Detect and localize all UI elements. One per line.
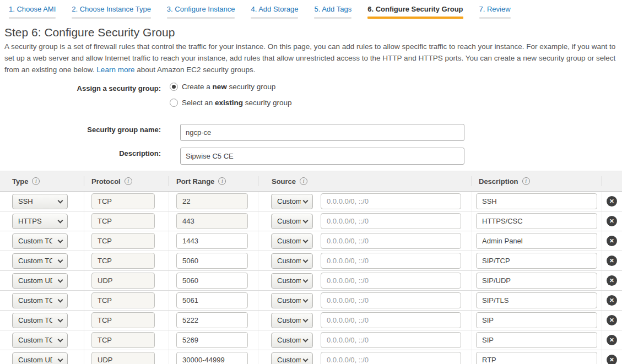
info-icon[interactable]: [125, 177, 132, 185]
source-mode-select[interactable]: Custom: [271, 194, 313, 209]
source-mode-select[interactable]: Custom: [271, 273, 313, 289]
intro-text: A security group is a set of firewall ru…: [4, 41, 618, 75]
rule-description-input[interactable]: [476, 352, 597, 364]
tab-add-tags[interactable]: 5. Add Tags: [314, 5, 351, 19]
protocol-input[interactable]: [91, 213, 155, 229]
action-cell: [602, 211, 622, 231]
security-group-description-input[interactable]: [180, 148, 464, 165]
learn-more-link[interactable]: Learn more: [96, 66, 134, 74]
header-description: Description: [472, 171, 602, 191]
type-select-value: Custom UDP: [18, 356, 52, 364]
type-select[interactable]: Custom UDP: [12, 273, 68, 289]
tab-choose-ami[interactable]: 1. Choose AMI: [9, 5, 56, 19]
tab-review[interactable]: 7. Review: [479, 5, 511, 19]
source-cell: Custom: [258, 330, 472, 350]
port-range-input[interactable]: [176, 332, 248, 348]
rule-description-input[interactable]: [476, 273, 597, 289]
group-description-label: Description:: [0, 148, 165, 157]
info-icon[interactable]: [522, 177, 530, 185]
protocol-input[interactable]: [91, 292, 155, 308]
tab-underline: [251, 17, 298, 19]
type-select[interactable]: Custom TCP: [12, 313, 68, 328]
delete-rule-button[interactable]: [607, 295, 617, 306]
port-range-cell: [169, 211, 258, 231]
source-input[interactable]: [321, 233, 461, 249]
protocol-input[interactable]: [91, 312, 155, 328]
radio-create-new[interactable]: [170, 83, 178, 91]
type-select[interactable]: Custom UDP: [12, 352, 68, 364]
source-input[interactable]: [321, 312, 461, 328]
protocol-input[interactable]: [91, 352, 155, 364]
radio-option-select-existing[interactable]: Select an existing security group: [170, 99, 292, 107]
rule-description-input[interactable]: [476, 312, 597, 328]
port-range-input[interactable]: [176, 253, 248, 269]
source-input[interactable]: [321, 292, 461, 308]
delete-rule-button[interactable]: [607, 335, 617, 345]
tab-label: 1. Choose AMI: [9, 5, 56, 13]
delete-rule-button[interactable]: [607, 196, 617, 207]
info-icon[interactable]: [218, 177, 226, 185]
port-range-input[interactable]: [176, 273, 248, 289]
type-select[interactable]: Custom TCP: [12, 233, 68, 249]
source-input[interactable]: [321, 253, 461, 269]
port-range-input[interactable]: [176, 213, 248, 229]
radio-option-create-new[interactable]: Create a new security group: [170, 83, 275, 91]
source-mode-select[interactable]: Custom: [271, 333, 313, 348]
tab-configure-instance[interactable]: 3. Configure Instance: [167, 5, 235, 19]
source-mode-select[interactable]: Custom: [271, 233, 313, 249]
rule-description-input[interactable]: [476, 292, 597, 308]
type-select[interactable]: SSH: [12, 194, 68, 209]
source-mode-select[interactable]: Custom: [271, 313, 313, 328]
type-select[interactable]: Custom TCP: [12, 333, 68, 348]
source-mode-select[interactable]: Custom: [271, 214, 313, 229]
source-mode-select[interactable]: Custom: [271, 293, 313, 308]
description-cell: [472, 251, 602, 270]
protocol-input[interactable]: [91, 193, 155, 209]
tab-add-storage[interactable]: 4. Add Storage: [251, 5, 298, 19]
port-range-input[interactable]: [176, 193, 248, 209]
protocol-input[interactable]: [91, 233, 155, 249]
info-icon[interactable]: [32, 177, 40, 185]
rule-description-input[interactable]: [476, 213, 597, 229]
port-range-input[interactable]: [176, 233, 248, 249]
source-mode-select-value: Custom: [277, 257, 301, 265]
type-select[interactable]: Custom TCP: [12, 293, 68, 308]
source-mode-select[interactable]: Custom: [271, 253, 313, 269]
protocol-input[interactable]: [91, 332, 155, 348]
delete-rule-button[interactable]: [607, 256, 617, 266]
rule-description-input[interactable]: [476, 233, 597, 249]
tab-label: 6. Configure Security Group: [367, 5, 463, 13]
delete-rule-button[interactable]: [607, 315, 617, 325]
source-mode-select[interactable]: Custom: [271, 352, 313, 364]
type-select[interactable]: HTTPS: [12, 214, 68, 229]
source-mode-select-value: Custom: [277, 217, 301, 225]
type-select-value: Custom TCP: [18, 336, 52, 344]
port-range-input[interactable]: [176, 312, 248, 328]
delete-rule-button[interactable]: [607, 236, 617, 246]
security-rule-row: HTTPSCustom: [0, 211, 622, 231]
radio-select-existing[interactable]: [170, 99, 178, 107]
source-input[interactable]: [321, 332, 461, 348]
chevron-down-icon: [58, 336, 63, 342]
info-icon[interactable]: [300, 177, 307, 185]
security-group-name-input[interactable]: [180, 124, 464, 141]
source-input[interactable]: [321, 273, 461, 289]
source-input[interactable]: [321, 213, 461, 229]
header-source: Source: [258, 171, 472, 191]
tab-configure-security-group[interactable]: 6. Configure Security Group: [367, 5, 463, 19]
port-range-input[interactable]: [176, 352, 248, 364]
source-input[interactable]: [321, 193, 461, 209]
protocol-input[interactable]: [91, 253, 155, 269]
rule-description-input[interactable]: [476, 193, 597, 209]
type-select-value: HTTPS: [18, 217, 42, 225]
rule-description-input[interactable]: [476, 253, 597, 269]
port-range-input[interactable]: [176, 292, 248, 308]
tab-choose-instance-type[interactable]: 2. Choose Instance Type: [72, 5, 151, 19]
rule-description-input[interactable]: [476, 332, 597, 348]
delete-rule-button[interactable]: [607, 355, 617, 364]
delete-rule-button[interactable]: [607, 216, 617, 226]
delete-rule-button[interactable]: [607, 275, 617, 286]
source-input[interactable]: [321, 352, 461, 364]
type-select[interactable]: Custom TCP: [12, 253, 68, 269]
protocol-input[interactable]: [91, 273, 155, 289]
